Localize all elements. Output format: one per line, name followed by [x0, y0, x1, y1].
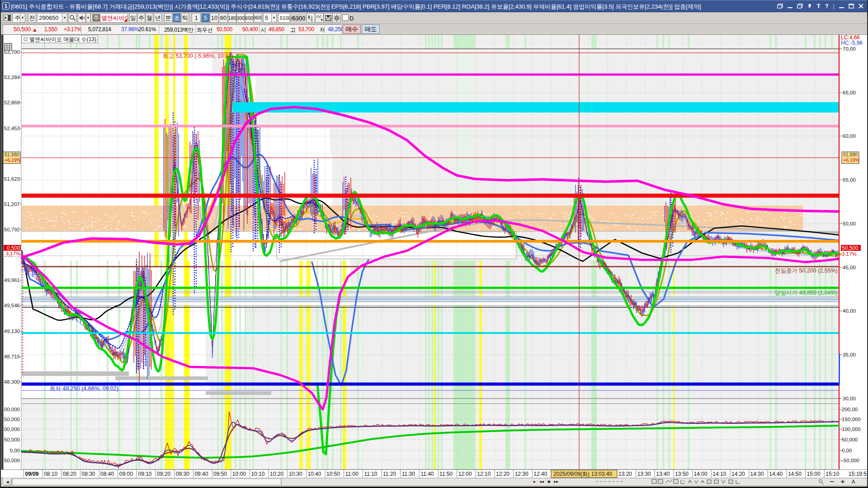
- svg-text:51,207: 51,207: [4, 202, 20, 207]
- svg-text:엘앤씨바이오 매물대 수(13): 엘앤씨바이오 매물대 수(13): [29, 36, 96, 42]
- svg-text:11:50: 11:50: [439, 471, 453, 477]
- svg-text:0,00: 0,00: [10, 448, 20, 453]
- svg-text:10:50: 10:50: [326, 471, 340, 477]
- svg-text:10:10: 10:10: [251, 471, 264, 477]
- svg-text:14:50: 14:50: [788, 471, 802, 477]
- svg-text:최저 48,250 (4,66%, 09:02): 최저 48,250 (4,66%, 09:02): [50, 385, 118, 392]
- svg-text:14:40: 14:40: [769, 471, 783, 477]
- svg-text:70,00: 70,00: [843, 46, 856, 52]
- svg-text:08:10: 08:10: [44, 471, 57, 477]
- svg-text:52,869: 52,869: [4, 100, 20, 105]
- svg-text:13:20: 13:20: [618, 471, 632, 477]
- svg-text:09:30: 09:30: [176, 471, 189, 477]
- svg-text:35,00: 35,00: [843, 352, 856, 357]
- svg-text:08:30: 08:30: [82, 471, 95, 477]
- svg-text:60,00: 60,00: [843, 133, 856, 139]
- svg-text:08:40: 08:40: [100, 471, 114, 477]
- svg-text:100,000: 100,000: [842, 427, 861, 432]
- svg-text:200,00: 200,00: [842, 407, 858, 412]
- svg-text:12:30: 12:30: [515, 471, 528, 477]
- svg-text:12:10: 12:10: [477, 471, 491, 477]
- svg-text:-50,000: -50,000: [842, 458, 859, 463]
- svg-text:2025/09/09(화) 13:03:40: 2025/09/09(화) 13:03:40: [553, 471, 612, 477]
- svg-text:08:20: 08:20: [63, 471, 76, 477]
- svg-text:51,623: 51,623: [4, 176, 20, 182]
- svg-text:14:30: 14:30: [750, 471, 764, 477]
- svg-text:00,000: 00,000: [4, 407, 20, 412]
- svg-text:13:40: 13:40: [656, 471, 670, 477]
- svg-text:12:20: 12:20: [496, 471, 509, 477]
- svg-text:0,500: 0,500: [7, 245, 20, 251]
- svg-text:09:50: 09:50: [213, 471, 227, 477]
- svg-text:48,715: 48,715: [4, 354, 20, 359]
- svg-text:10:40: 10:40: [307, 471, 321, 477]
- svg-text:15:19:5: 15:19:5: [849, 471, 867, 477]
- svg-text:11:00: 11:00: [345, 471, 359, 477]
- svg-text:0,00: 0,00: [842, 448, 852, 453]
- svg-text:50,792: 50,792: [4, 227, 20, 232]
- svg-text:11:30: 11:30: [402, 471, 415, 477]
- svg-text:50,500: 50,500: [842, 245, 859, 251]
- svg-text:51,980: 51,980: [5, 152, 19, 157]
- svg-text:A: A: [852, 479, 855, 484]
- svg-text:50,000: 50,000: [4, 417, 20, 422]
- svg-text:49,546: 49,546: [4, 303, 20, 308]
- svg-text:10:30: 10:30: [289, 471, 302, 477]
- svg-text:+6,19%: +6,19%: [5, 157, 21, 163]
- svg-text:50,00: 50,00: [843, 221, 856, 226]
- svg-text:50,000: 50,000: [842, 437, 858, 442]
- svg-text:49,130: 49,130: [4, 328, 20, 334]
- svg-text:+6,19%: +6,19%: [843, 157, 859, 163]
- svg-text:12:40: 12:40: [533, 471, 547, 477]
- svg-text:50,000: 50,000: [4, 437, 20, 442]
- svg-text:09/09: 09/09: [25, 471, 39, 477]
- svg-text:11:40: 11:40: [420, 471, 434, 477]
- svg-text:최고 53,700 (-5,96%, 10:04): 최고 53,700 (-5,96%, 10:04): [163, 53, 233, 59]
- svg-text:48,300: 48,300: [4, 379, 20, 385]
- svg-text:30,00: 30,00: [843, 396, 856, 401]
- svg-text:40,00: 40,00: [843, 308, 856, 314]
- svg-text:10:00: 10:00: [232, 471, 246, 477]
- svg-text:3,17%: 3,17%: [842, 251, 857, 257]
- svg-text:65,00: 65,00: [843, 90, 856, 95]
- svg-text:14:10: 14:10: [712, 471, 726, 477]
- svg-text:55,00: 55,00: [843, 177, 856, 183]
- svg-text:09:40: 09:40: [194, 471, 208, 477]
- svg-text:HC:-5,96: HC:-5,96: [841, 40, 863, 46]
- svg-text:09:00: 09:00: [119, 471, 133, 477]
- svg-text:51,980: 51,980: [843, 152, 858, 157]
- svg-text:45,00: 45,00: [843, 265, 856, 270]
- svg-text:52,453: 52,453: [4, 126, 20, 131]
- svg-text:00,000: 00,000: [4, 427, 20, 432]
- svg-text:14:20: 14:20: [731, 471, 745, 477]
- svg-text:09:10: 09:10: [138, 471, 152, 477]
- svg-text:15:00: 15:00: [807, 471, 821, 477]
- svg-text:53,284: 53,284: [4, 75, 20, 80]
- svg-text:10:20: 10:20: [270, 471, 283, 477]
- svg-text:11:20: 11:20: [383, 471, 396, 477]
- svg-text:14:00: 14:00: [694, 471, 708, 477]
- svg-text:12:00: 12:00: [458, 471, 472, 477]
- svg-text:전일종가 50,200 (2,55%): 전일종가 50,200 (2,55%): [775, 267, 838, 274]
- svg-text:13:50: 13:50: [675, 471, 689, 477]
- svg-text:당일시가 49,850 (1,04%): 당일시가 49,850 (1,04%): [775, 290, 838, 296]
- svg-text:11:10: 11:10: [364, 471, 377, 477]
- svg-text:15:10: 15:10: [826, 471, 839, 477]
- svg-text:3,17%: 3,17%: [5, 251, 20, 256]
- svg-text:49,961: 49,961: [4, 277, 20, 283]
- svg-text:13:30: 13:30: [637, 471, 651, 477]
- svg-text:09:20: 09:20: [157, 471, 170, 477]
- svg-text:150,000: 150,000: [842, 417, 861, 422]
- svg-text:50,000: 50,000: [4, 458, 20, 463]
